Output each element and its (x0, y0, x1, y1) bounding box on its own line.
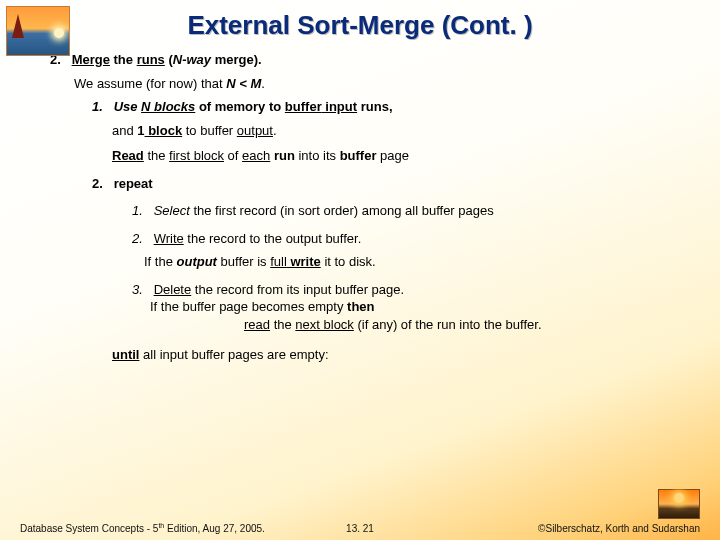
n-blocks: N blocks (141, 99, 195, 114)
text: If the (144, 254, 177, 269)
repeat-word: repeat (114, 176, 153, 191)
first-block: first block (169, 148, 224, 163)
nway: N-way (173, 52, 211, 67)
substep-number: 1. (92, 98, 106, 116)
text: ( (165, 52, 173, 67)
text: (if any) of the run into the buffer. (354, 317, 542, 332)
slide-title: External Sort-Merge (Cont. ) (0, 0, 720, 51)
substep-1: 1. Use N blocks of memory to buffer inpu… (92, 98, 690, 116)
text: page (376, 148, 409, 163)
n-lt-m: N < M (226, 76, 261, 91)
text: Use (114, 99, 141, 114)
until-line: until all input buffer pages are empty: (112, 346, 690, 364)
text: merge). (211, 52, 262, 67)
text: runs, (357, 99, 392, 114)
text: the record from its input buffer page. (191, 282, 404, 297)
text: Edition, Aug 27, 2005. (164, 523, 265, 534)
text: to buffer (182, 123, 237, 138)
output-word: output (177, 254, 217, 269)
run-word: run (270, 148, 295, 163)
footer-left: Database System Concepts - 5th Edition, … (20, 522, 265, 534)
input-word: input (322, 99, 357, 114)
text: Database System Concepts - 5 (20, 523, 158, 534)
buffer-word: buffer (285, 99, 322, 114)
substep-number: 2. (92, 175, 106, 193)
write-word: write (287, 254, 321, 269)
select-word: Select (154, 203, 190, 218)
one: 1 (137, 123, 144, 138)
runs-word: runs (137, 52, 165, 67)
sailboat-sunset-image (6, 6, 70, 56)
delete-word: Delete (154, 282, 192, 297)
repeat-step-3: 3. Delete the record from its input buff… (132, 281, 690, 334)
substep-2: 2. repeat (92, 175, 690, 193)
text: the (270, 317, 295, 332)
slide-body: 2. Merge the runs (N-way merge). We assu… (0, 51, 720, 363)
sunset-image-small (658, 489, 700, 519)
assumption-line: We assume (for now) that N < M. (74, 75, 690, 93)
full-word: full (270, 254, 287, 269)
text: the (144, 148, 169, 163)
substep-1-line2: and 1 block to buffer output. (112, 122, 690, 140)
text: . (261, 76, 265, 91)
text: We assume (for now) that (74, 76, 226, 91)
text: . (273, 123, 277, 138)
step-number: 1. (132, 202, 146, 220)
read-word: read (244, 317, 270, 332)
text: into its (295, 148, 340, 163)
step-number: 3. (132, 281, 146, 299)
each-word: each (242, 148, 270, 163)
text: buffer is (217, 254, 270, 269)
footer-center: 13. 21 (346, 523, 374, 534)
text: all input buffer pages are empty: (139, 347, 328, 362)
substep-1-line3: Read the first block of each run into it… (112, 147, 690, 165)
repeat-step-1: 1. Select the first record (in sort orde… (132, 202, 690, 220)
repeat-step-2: 2. Write the record to the output buffer… (132, 230, 690, 248)
step-number: 2. (132, 230, 146, 248)
step-2-heading: 2. Merge the runs (N-way merge). (50, 51, 690, 69)
next-block: next block (295, 317, 354, 332)
text: the record to the output buffer. (184, 231, 362, 246)
text: and (112, 123, 137, 138)
copyright-text: ©Silberschatz, Korth and Sudarshan (538, 523, 700, 534)
footer-right: ©Silberschatz, Korth and Sudarshan (538, 489, 700, 534)
text: If the buffer page becomes empty (150, 299, 347, 314)
text: of memory to (195, 99, 285, 114)
output-word: output (237, 123, 273, 138)
slide-footer: Database System Concepts - 5th Edition, … (0, 489, 720, 534)
buffer-word: buffer (340, 148, 377, 163)
text: it to disk. (321, 254, 376, 269)
text: the (110, 52, 137, 67)
until-word: until (112, 347, 139, 362)
merge-word: Merge (72, 52, 110, 67)
read-word: Read (112, 148, 144, 163)
write-word: Write (154, 231, 184, 246)
text: of (224, 148, 242, 163)
repeat-step-3-read: read the next block (if any) of the run … (244, 316, 690, 334)
block-word: block (145, 123, 183, 138)
text: the first record (in sort order) among a… (190, 203, 494, 218)
then-word: then (347, 299, 374, 314)
repeat-step-2-if: If the output buffer is full write it to… (144, 253, 690, 271)
